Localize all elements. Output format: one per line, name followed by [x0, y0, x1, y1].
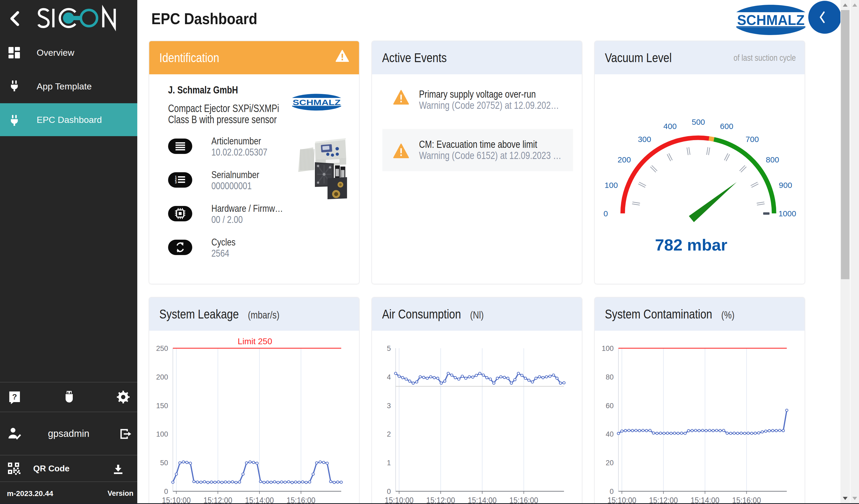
svg-text:SCHMALZ: SCHMALZ	[737, 12, 804, 28]
